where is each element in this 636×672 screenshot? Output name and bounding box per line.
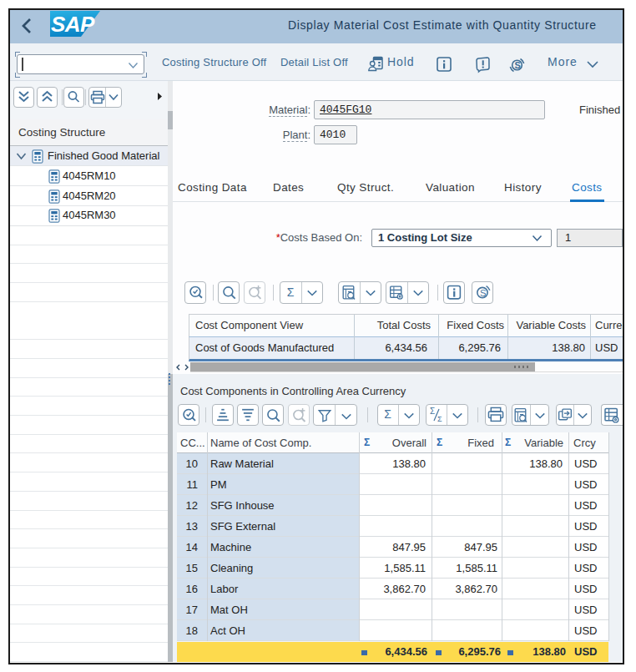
svg-text:Σ: Σ [430,407,435,416]
svg-text:Σ: Σ [437,415,442,423]
svg-text:S: S [515,60,521,70]
svg-text:SAP: SAP [51,12,95,37]
